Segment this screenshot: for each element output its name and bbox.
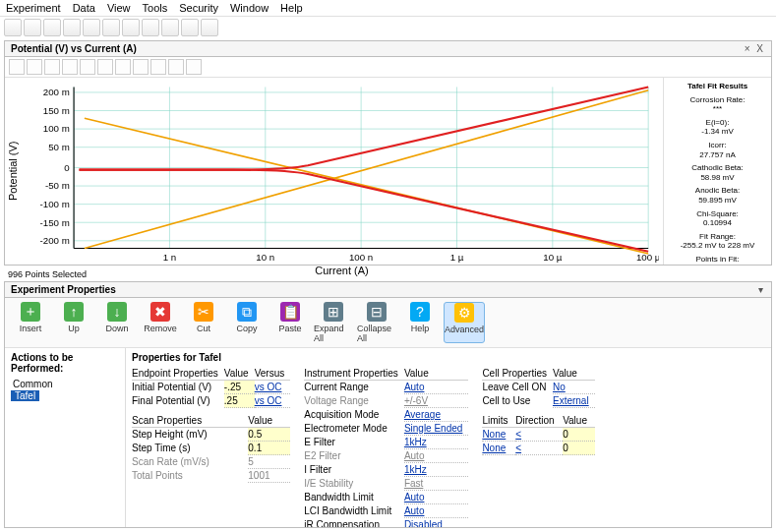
ct-grid-icon[interactable] [115, 59, 131, 75]
svg-text:10 µ: 10 µ [543, 251, 562, 262]
experiment-properties-panel: Experiment Properties ▾ ＋Insert↑Up↓Down✖… [4, 281, 772, 528]
tb-print-icon[interactable] [63, 19, 81, 36]
instrument-table: Instrument PropertiesValue Current Range… [304, 367, 468, 527]
action-common[interactable]: Common [11, 378, 119, 390]
y-axis-label: Potential (V) [5, 78, 21, 265]
ct-axis-icon[interactable] [133, 59, 149, 75]
ct-select-icon[interactable] [44, 59, 60, 75]
props-title: Properties for Tafel [132, 352, 765, 363]
cmd-label: Expand All [314, 324, 353, 343]
actions-header: Actions to be Performed: [11, 352, 119, 374]
svg-text:1 µ: 1 µ [450, 251, 464, 262]
tb-settings-icon[interactable] [181, 19, 199, 36]
cmd-cut[interactable]: ✂Cut [184, 302, 223, 343]
cmd-label: Copy [236, 324, 257, 333]
svg-text:0: 0 [64, 162, 70, 173]
chart-tab-header: Potential (V) vs Current (A) × X [4, 40, 772, 56]
cmd-label: Insert [20, 324, 42, 333]
menu-data[interactable]: Data [73, 2, 95, 14]
cmd-paste[interactable]: 📋Paste [270, 302, 310, 343]
props-tab-title: Experiment Properties [11, 284, 116, 295]
props-tab-header: Experiment Properties ▾ [5, 282, 771, 298]
ct-pan-icon[interactable] [27, 59, 42, 75]
cmd-copy[interactable]: ⧉Copy [227, 302, 267, 343]
cmd-label: Advanced [445, 325, 484, 334]
ct-legend-icon[interactable] [150, 59, 166, 75]
props-tab-menu[interactable]: ▾ [758, 284, 765, 295]
svg-text:1 n: 1 n [163, 251, 177, 262]
menu-window[interactable]: Window [230, 2, 269, 14]
cmd-label: Up [68, 324, 80, 333]
up-icon: ↑ [64, 302, 84, 322]
collapseall-icon: ⊟ [367, 302, 387, 322]
endpoint-table: Endpoint PropertiesValueVersus Initial P… [132, 367, 290, 408]
cmd-help[interactable]: ?Help [400, 302, 440, 343]
menu-security[interactable]: Security [179, 2, 218, 14]
tb-pause-icon[interactable] [122, 19, 140, 36]
cmd-label: Remove [144, 324, 177, 333]
chart-tab-close[interactable]: × X [745, 43, 765, 54]
menubar: Experiment Data View Tools Security Wind… [0, 0, 776, 17]
svg-text:100 m: 100 m [43, 123, 70, 134]
main-toolbar [0, 17, 776, 38]
menu-tools[interactable]: Tools [143, 2, 168, 14]
scan-table: Scan PropertiesValue Step Height (mV)0.5… [132, 414, 290, 483]
cmd-label: Paste [278, 324, 301, 333]
ct-cursor-icon[interactable] [168, 59, 184, 75]
tb-save-icon[interactable] [43, 19, 61, 36]
ct-reset-icon[interactable] [97, 59, 113, 75]
tb-new-icon[interactable] [4, 19, 22, 36]
cmd-insert[interactable]: ＋Insert [11, 302, 50, 343]
down-icon: ↓ [107, 302, 127, 322]
tb-zoom-icon[interactable] [142, 19, 159, 36]
chart-panel: Potential (V) [4, 56, 772, 266]
svg-text:10 n: 10 n [256, 251, 274, 262]
copy-icon: ⧉ [237, 302, 257, 322]
svg-text:150 m: 150 m [43, 105, 70, 116]
remove-icon: ✖ [150, 302, 170, 322]
cmd-expandall[interactable]: ⊞Expand All [314, 302, 353, 343]
svg-text:200 m: 200 m [43, 87, 70, 97]
plot-area[interactable]: Potential (V) [5, 78, 663, 265]
tb-extra-icon[interactable] [201, 19, 218, 36]
ct-fit-icon[interactable] [186, 59, 202, 75]
fit-results-panel: Tafel Fit Results Corrosion Rate:*** E(i… [663, 78, 771, 265]
tb-run-icon[interactable] [83, 19, 100, 36]
help-icon: ? [410, 302, 430, 322]
advanced-icon: ⚙ [454, 303, 474, 323]
menu-experiment[interactable]: Experiment [6, 2, 61, 14]
cmd-down[interactable]: ↓Down [97, 302, 137, 343]
action-tafel[interactable]: Tafel [11, 390, 39, 401]
cmd-collapseall[interactable]: ⊟Collapse All [357, 302, 396, 343]
menu-view[interactable]: View [107, 2, 131, 14]
cmd-label: Collapse All [357, 324, 396, 343]
ct-export-icon[interactable] [80, 59, 95, 75]
svg-text:-200 m: -200 m [40, 235, 70, 246]
svg-text:-150 m: -150 m [40, 216, 70, 227]
chart-toolbar [5, 57, 771, 78]
cmd-label: Down [105, 324, 128, 333]
tb-fit-icon[interactable] [161, 19, 179, 36]
limits-table: LimitsDirectionValue None<0 None<0 [482, 414, 594, 455]
tb-open-icon[interactable] [24, 19, 41, 36]
cmd-label: Help [411, 324, 430, 333]
command-row: ＋Insert↑Up↓Down✖Remove✂Cut⧉Copy📋Paste⊞Ex… [5, 298, 771, 348]
svg-text:100 n: 100 n [349, 251, 373, 262]
svg-text:-50 m: -50 m [45, 180, 70, 191]
property-groups: Properties for Tafel Endpoint Properties… [126, 348, 771, 527]
cmd-label: Cut [197, 324, 210, 333]
cmd-remove[interactable]: ✖Remove [141, 302, 180, 343]
cmd-advanced[interactable]: ⚙Advanced [444, 302, 485, 343]
x-axis-label: Current (A) [21, 265, 663, 278]
expandall-icon: ⊞ [324, 302, 343, 322]
cell-table: Cell PropertiesValue Leave Cell ONNo Cel… [482, 367, 594, 408]
paste-icon: 📋 [280, 302, 300, 322]
tb-stop-icon[interactable] [102, 19, 120, 36]
plot-svg: 200 m150 m100 m50 m0-50 m-100 m-150 m-20… [21, 82, 659, 265]
ct-annotate-icon[interactable] [62, 59, 78, 75]
cut-icon: ✂ [194, 302, 213, 322]
cmd-up[interactable]: ↑Up [54, 302, 93, 343]
menu-help[interactable]: Help [280, 2, 303, 14]
ct-zoom-icon[interactable] [9, 59, 25, 75]
results-title: Tafel Fit Results [666, 82, 769, 91]
